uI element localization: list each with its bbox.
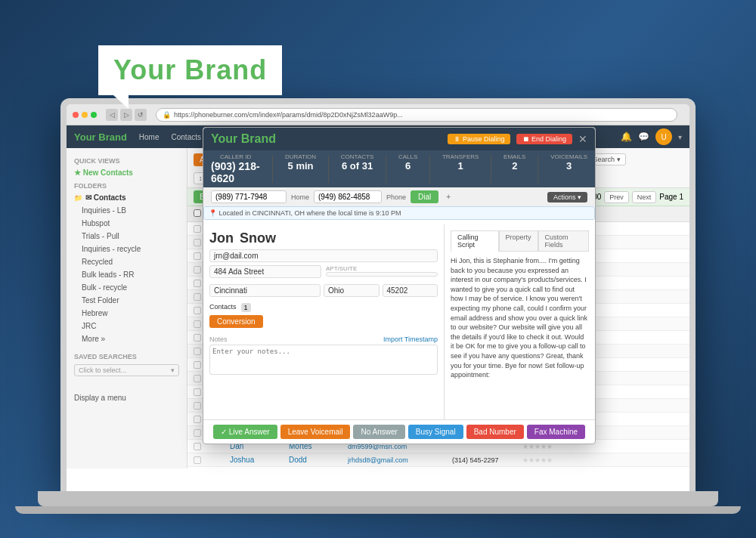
sidebar-inquiries-recycle[interactable]: Inquiries - recycle (67, 243, 187, 255)
laptop-screen: ◁ ▷ ↺ 🔒 https://phoneburner.com/cm/index… (67, 104, 689, 491)
sidebar-hubspot-label: Hubspot (82, 219, 110, 227)
contact-apt-field: Apt/Suite (326, 265, 438, 278)
contacts-count-badge: 1 (241, 303, 251, 312)
quick-views-label: QUICK VIEWS (67, 154, 187, 166)
row-checkbox[interactable] (194, 456, 209, 464)
contact-last-name: Snow (240, 230, 276, 246)
popup-phone-controls: Home Phone Dial + Actions ▾ (203, 187, 595, 206)
nav-icons-area: 🔔 💬 U ▾ (621, 128, 682, 145)
sidebar-test-folder[interactable]: Test Folder (67, 294, 187, 307)
nav-home[interactable]: Home (139, 133, 160, 141)
contact-state-field: Ohio (324, 284, 380, 297)
sidebar: QUICK VIEWS ★ New Contacts FOLDERS 📁 ✉ C… (67, 148, 187, 468)
sidebar-inquiries-recycle-label: Inquiries - recycle (82, 245, 141, 253)
table-row[interactable]: Charles Bergeron charlesbergeron44@mail.… (187, 467, 689, 468)
end-dialing-button[interactable]: ⏹ End Dialing (516, 134, 572, 144)
contact-state-value[interactable]: Ohio (324, 284, 380, 297)
sidebar-more[interactable]: More » (67, 332, 187, 345)
sidebar-bulk-leads-rr[interactable]: Bulk leads - RR (67, 268, 187, 281)
url-bar[interactable]: 🔒 https://phoneburner.com/cm/index#/para… (156, 108, 677, 122)
contact-apt-value[interactable] (326, 272, 438, 277)
dial-button[interactable]: Dial (411, 190, 438, 203)
sidebar-new-contacts[interactable]: ★ New Contacts (67, 166, 187, 179)
contact-email-value[interactable]: jrn@dail.com (209, 249, 438, 262)
stat-caller-id: Caller ID (903) 218-6620 (211, 153, 260, 184)
stat-divider-1 (272, 155, 273, 183)
no-answer-button[interactable]: No Answer (353, 425, 404, 439)
phone-input[interactable] (211, 190, 287, 203)
popup-contact-panel: Jon Snow jrn@dail.com 484 Ada Street Apt… (203, 224, 444, 419)
brand-label-box: Your Brand (98, 45, 282, 95)
folders-label: FOLDERS (67, 179, 187, 191)
conversion-button[interactable]: Conversion (209, 315, 263, 328)
location-bar: 📍 Located in CINCINNATI, OH where the lo… (203, 206, 595, 220)
chat-icon[interactable]: 💬 (638, 131, 649, 142)
live-answer-button[interactable]: ✓ Live Answer (213, 425, 277, 439)
sidebar-inquiries-lb[interactable]: Inquiries - LB (67, 204, 187, 217)
back-btn[interactable]: ◁ (106, 109, 118, 121)
bad-number-button[interactable]: Bad Number (466, 425, 524, 439)
contact-address-value[interactable]: 484 Ada Street (209, 265, 321, 278)
sidebar-trials-pull[interactable]: Trials - Pull (67, 230, 187, 243)
row-email: jrhdsd8@gmail.com (348, 456, 446, 464)
saved-searches-dropdown[interactable]: Click to select... ▾ (67, 362, 187, 379)
stat-transfers: Transfers 1 (442, 153, 479, 184)
popup-brand-label: Your Brand (211, 132, 276, 146)
popup-close-button[interactable]: ✕ (578, 133, 587, 145)
row-status: ★★★★★ (522, 456, 568, 464)
stat-divider-3 (386, 155, 386, 183)
duration-value: 5 min (288, 160, 314, 172)
duration-label: Duration (285, 153, 316, 160)
prev-button[interactable]: Prev (604, 191, 629, 203)
user-avatar[interactable]: U (655, 128, 672, 145)
stat-divider-5 (491, 155, 491, 183)
sidebar-recycled[interactable]: Recycled (67, 255, 187, 268)
pause-dialing-button[interactable]: ⏸ Pause Dialing (448, 134, 510, 144)
folder-icon: 📁 (74, 194, 82, 202)
sidebar-jrc-label: JRC (82, 322, 96, 330)
contacts-count-row: Contacts 1 (209, 303, 438, 312)
stat-contacts: Contacts 6 of 31 (341, 153, 373, 184)
sidebar-jrc[interactable]: JRC (67, 320, 187, 332)
script-tab-property[interactable]: Property (499, 230, 538, 252)
contact-city-value[interactable]: Cincinnati (209, 284, 321, 297)
script-tab-custom[interactable]: Custom Fields (538, 230, 589, 252)
notes-area: Notes Import Timestamp (209, 335, 438, 376)
popup-footer: ✓ Live Answer Leave Voicemail No Answer … (203, 419, 595, 444)
apt-label: Apt/Suite (326, 265, 438, 272)
stat-divider-2 (328, 155, 329, 183)
home-phone-input[interactable] (314, 190, 382, 203)
notes-textarea[interactable] (209, 345, 438, 375)
contact-zip-field: 45202 (383, 284, 438, 297)
laptop-container: ◁ ▷ ↺ 🔒 https://phoneburner.com/cm/index… (60, 98, 696, 506)
saved-searches-placeholder: Click to select... (79, 366, 126, 374)
script-tab-calling[interactable]: Calling Script (451, 230, 499, 252)
sidebar-contacts[interactable]: 📁 ✉ Contacts (67, 191, 187, 204)
refresh-btn[interactable]: ↺ (135, 109, 147, 121)
sidebar-bulk-leads-rr-label: Bulk leads - RR (82, 271, 134, 279)
sidebar-bulk-recycle[interactable]: Bulk - recycle (67, 281, 187, 294)
browser-nav-buttons: ◁ ▷ ↺ (106, 109, 147, 121)
bell-icon[interactable]: 🔔 (621, 131, 632, 142)
table-row[interactable]: Joshua Dodd jrhdsd8@gmail.com (314) 545-… (187, 453, 689, 467)
emails-label: Emails (503, 153, 525, 160)
sidebar-trials-pull-label: Trials - Pull (82, 232, 119, 240)
sidebar-hubspot[interactable]: Hubspot (67, 217, 187, 230)
busy-signal-button[interactable]: Busy Signal (408, 425, 463, 439)
display-menu-label[interactable]: Display a menu (67, 379, 187, 407)
location-text: Located in CINCINNATI, OH where the loca… (219, 209, 401, 217)
emails-value: 2 (512, 160, 517, 172)
import-timestamp-label[interactable]: Import Timestamp (383, 335, 438, 343)
actions-button[interactable]: Actions ▾ (547, 192, 587, 203)
leave-voicemail-button[interactable]: Leave Voicemail (280, 425, 351, 439)
contact-zip-value[interactable]: 45202 (383, 284, 438, 297)
next-button[interactable]: Next (632, 191, 657, 203)
forward-btn[interactable]: ▷ (120, 109, 132, 121)
home-label: Home (291, 193, 309, 201)
nav-contacts[interactable]: Contacts (172, 133, 201, 141)
plus-icon[interactable]: + (446, 193, 451, 201)
laptop-bottom (15, 506, 741, 514)
sidebar-hebrew[interactable]: Hebrew (67, 307, 187, 320)
contact-city-field: Cincinnati (209, 284, 321, 297)
fax-machine-button[interactable]: Fax Machine (527, 425, 585, 439)
